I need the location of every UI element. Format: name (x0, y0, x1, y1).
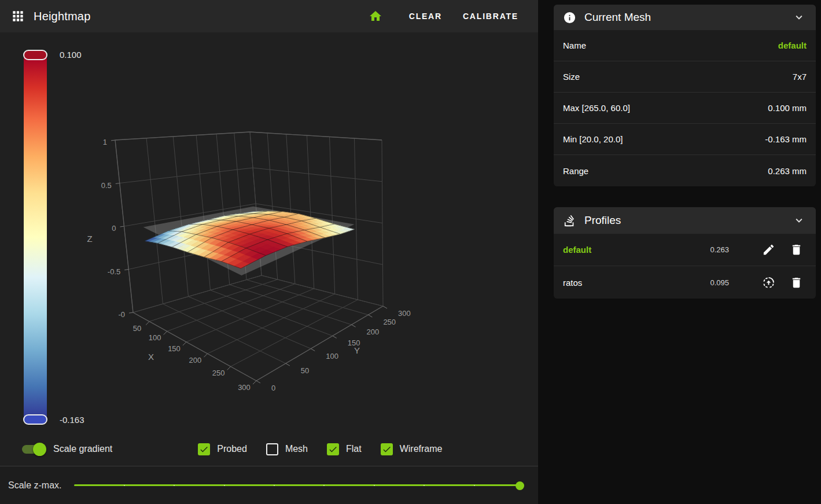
upload-profile-icon (762, 276, 775, 289)
mesh-info-value: 0.100 mm (768, 103, 807, 113)
slider-tick (124, 485, 125, 486)
gradient-min-handle (23, 414, 47, 425)
profiles-card: Profiles default0.263ratos0.095 (554, 207, 816, 299)
current-mesh-title: Current Mesh (584, 11, 790, 24)
gradient-max-label: 0.100 (60, 50, 82, 60)
svg-text:250: 250 (212, 369, 225, 377)
svg-text:Y: Y (354, 345, 360, 355)
svg-text:0: 0 (112, 224, 116, 233)
info-icon (563, 11, 576, 24)
checkbox-label: Flat (346, 444, 362, 454)
mesh-info-row: Range0.263 mm (554, 155, 816, 186)
gradient-min-label: -0.163 (60, 415, 84, 425)
home-icon (369, 9, 382, 23)
slider-knob[interactable] (516, 481, 524, 490)
svg-text:100: 100 (326, 352, 338, 360)
collapse-profiles-button[interactable] (790, 212, 808, 229)
grid-icon (10, 9, 25, 24)
svg-text:200: 200 (367, 328, 380, 336)
svg-text:-0: -0 (118, 310, 125, 319)
profile-name: ratos (563, 278, 710, 288)
color-gradient (24, 54, 47, 420)
svg-text:150: 150 (168, 344, 181, 353)
color-scale-bar: 0.100 -0.163 (24, 50, 47, 425)
page-title: Heightmap (34, 10, 91, 23)
svg-text:X: X (148, 352, 154, 362)
mesh-info-value: default (778, 41, 807, 50)
gradient-max-handle (23, 50, 47, 60)
checkbox-checked-icon[interactable] (381, 443, 393, 455)
current-mesh-card: Current Mesh NamedefaultSize7x7Max [265.… (554, 5, 816, 186)
pencil-icon (762, 243, 775, 256)
mesh-info-row: Min [20.0, 20.0]-0.163 mm (554, 124, 816, 155)
svg-text:100: 100 (149, 333, 161, 342)
checkbox-wireframe[interactable]: Wireframe (381, 443, 443, 455)
profile-range-value: 0.263 (710, 245, 729, 254)
trash-icon (790, 243, 803, 256)
mesh-info-label: Range (563, 166, 768, 176)
slider-tick (474, 485, 475, 486)
mesh-info-row: Namedefault (554, 30, 816, 61)
checkbox-checked-icon[interactable] (198, 443, 210, 455)
checkbox-checked-icon[interactable] (327, 443, 339, 455)
mesh-info-row: Max [265.0, 60.0]0.100 mm (554, 93, 816, 124)
slider-track[interactable] (74, 484, 520, 486)
mesh-info-value: -0.163 mm (765, 134, 807, 144)
svg-text:250: 250 (383, 318, 396, 326)
surface-3d-plot[interactable]: 10.50-0.5-050100150200250300050100150200… (0, 32, 538, 465)
profiles-rows: default0.263ratos0.095 (554, 234, 816, 299)
svg-text:1: 1 (103, 138, 107, 146)
profiles-header: Profiles (554, 207, 816, 234)
checkbox-unchecked-icon[interactable] (266, 443, 278, 455)
svg-text:0.5: 0.5 (101, 181, 112, 190)
collapse-current-mesh-button[interactable] (790, 9, 808, 26)
checkbox-label: Mesh (285, 444, 308, 454)
scale-gradient-toggle[interactable] (22, 445, 45, 454)
checkbox-label: Wireframe (400, 444, 443, 454)
delete-profile-button[interactable] (782, 270, 810, 295)
mesh-info-value: 7x7 (793, 72, 807, 82)
display-options: ProbedMeshFlatWireframe (198, 443, 442, 455)
side-panel: Current Mesh NamedefaultSize7x7Max [265.… (538, 0, 821, 504)
svg-text:Z: Z (87, 234, 92, 244)
svg-text:50: 50 (301, 366, 309, 375)
slider-tick (424, 485, 425, 486)
mesh-info-label: Size (563, 72, 793, 82)
mesh-info-label: Max [265.0, 60.0] (563, 103, 768, 113)
svg-text:-0.5: -0.5 (108, 267, 120, 276)
calibrate-button[interactable]: CALIBRATE (452, 6, 529, 27)
svg-text:50: 50 (133, 324, 141, 333)
mesh-info-row: Size7x7 (554, 61, 816, 93)
checkbox-label: Probed (217, 444, 247, 454)
current-mesh-rows: NamedefaultSize7x7Max [265.0, 60.0]0.100… (554, 30, 816, 186)
home-button[interactable] (360, 5, 391, 28)
scale-z-slider[interactable] (74, 480, 524, 491)
slider-tick (374, 485, 375, 486)
plot-controls: Scale gradient ProbedMeshFlatWireframe (0, 437, 538, 461)
load-profile-button[interactable] (754, 270, 782, 295)
toggle-knob[interactable] (33, 443, 46, 456)
profile-range-value: 0.095 (710, 278, 729, 287)
chevron-down-icon (793, 11, 805, 24)
svg-text:0: 0 (271, 384, 275, 392)
checkbox-flat[interactable]: Flat (327, 443, 362, 455)
checkbox-probed[interactable]: Probed (198, 443, 247, 455)
slider-tick (174, 485, 175, 486)
profile-name: default (563, 245, 710, 255)
svg-text:200: 200 (189, 356, 202, 365)
profile-row: ratos0.095 (554, 266, 816, 299)
trash-icon (790, 276, 803, 289)
profiles-title: Profiles (584, 214, 790, 227)
heightmap-app: Heightmap CLEAR CALIBRATE 10.50-0.5-0501… (0, 0, 821, 504)
scale-z-bar: Scale z-max. (0, 466, 538, 504)
svg-text:300: 300 (238, 383, 251, 392)
svg-text:300: 300 (398, 309, 411, 318)
profile-row: default0.263 (554, 234, 816, 266)
edit-profile-button[interactable] (754, 237, 782, 263)
clear-button[interactable]: CLEAR (399, 6, 452, 27)
slider-tick (274, 485, 275, 486)
surface-plot-area: 10.50-0.5-050100150200250300050100150200… (0, 32, 538, 466)
checkbox-mesh[interactable]: Mesh (266, 443, 308, 455)
chevron-down-icon (793, 214, 805, 227)
delete-profile-button[interactable] (782, 237, 810, 263)
